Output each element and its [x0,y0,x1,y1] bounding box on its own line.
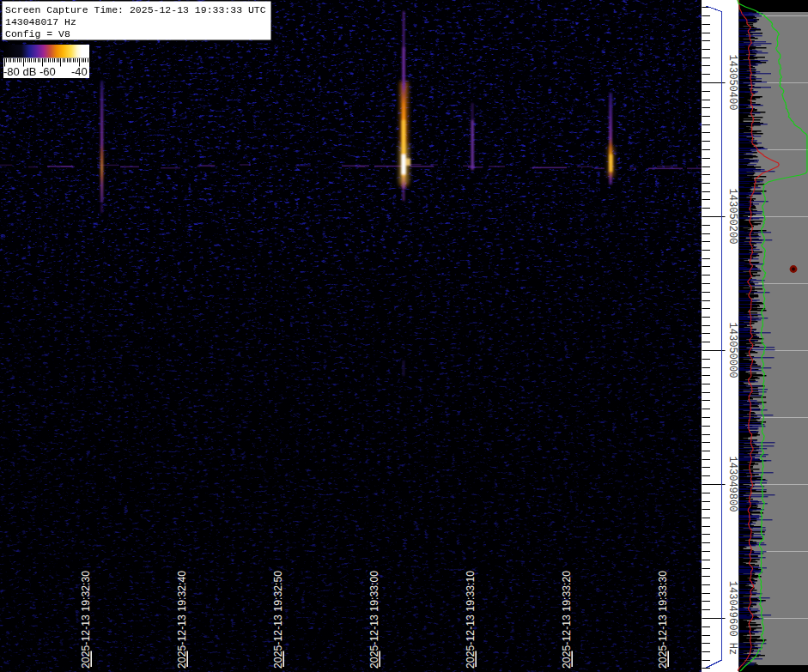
svg-text:143049600 Hz: 143049600 Hz [726,581,738,655]
svg-text:143048017 Hz: 143048017 Hz [5,16,76,27]
svg-text:-80 dB -60: -80 dB -60 [3,65,56,78]
svg-text:2025-12-13 19:32:40: 2025-12-13 19:32:40 [176,571,188,669]
svg-text:2025-12-13 19:33:30: 2025-12-13 19:33:30 [657,571,669,669]
svg-text:143050000: 143050000 [726,323,738,378]
svg-text:Screen Capture Time: 2025-12-1: Screen Capture Time: 2025-12-13 19:33:33… [5,4,266,15]
svg-text:2025-12-13 19:33:10: 2025-12-13 19:33:10 [465,571,477,669]
svg-text:2025-12-13 19:32:30: 2025-12-13 19:32:30 [80,571,92,669]
svg-text:Config = V8: Config = V8 [5,28,70,39]
svg-text:2025-12-13 19:33:20: 2025-12-13 19:33:20 [561,571,573,669]
svg-text:143049800: 143049800 [726,457,738,512]
svg-text:2025-12-13 19:33:00: 2025-12-13 19:33:00 [368,571,380,669]
svg-text:2025-12-13 19:32:50: 2025-12-13 19:32:50 [272,571,284,669]
svg-text:-40: -40 [71,65,88,78]
svg-text:143050400: 143050400 [726,55,738,111]
svg-text:143050200: 143050200 [726,189,738,245]
